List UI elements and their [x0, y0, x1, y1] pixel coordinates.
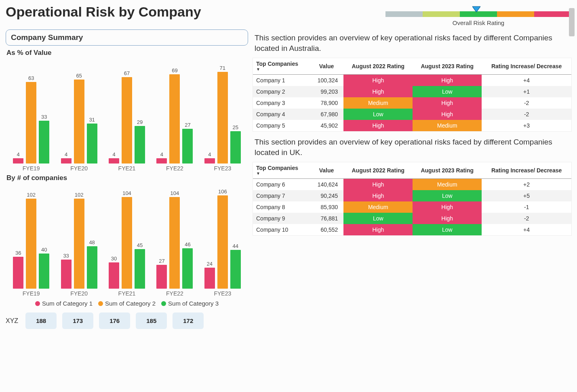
legend-item[interactable]: Sum of Category 2: [98, 300, 156, 307]
legend-item[interactable]: Sum of Category 3: [161, 300, 219, 307]
chart2-title: By # of companies: [6, 174, 248, 182]
bar[interactable]: [109, 158, 119, 164]
bar-value: 4: [65, 151, 67, 157]
bar[interactable]: [26, 82, 36, 164]
bar[interactable]: [122, 77, 132, 164]
table-row[interactable]: Company 885,930MediumHigh-1: [253, 201, 571, 213]
bar-value: 65: [76, 73, 82, 79]
cell-change: +5: [482, 190, 571, 201]
cell-company: Company 8: [253, 201, 310, 213]
cell-rating-2023: High: [413, 201, 482, 213]
sort-desc-icon[interactable]: ▼: [256, 171, 306, 176]
bar-value: 4: [17, 151, 20, 157]
th-value[interactable]: Value: [310, 58, 344, 74]
th-2023[interactable]: August 2023 Rating: [413, 58, 482, 74]
th-value[interactable]: Value: [310, 162, 344, 178]
cell-change: +4: [482, 224, 571, 235]
th-company[interactable]: Top Companies ▼: [253, 162, 310, 178]
bar-value: 4: [208, 151, 211, 157]
bar[interactable]: [156, 265, 167, 289]
bar[interactable]: [217, 72, 228, 164]
table-row[interactable]: Company 299,203HighLow+1: [253, 86, 571, 97]
cell-value: 67,980: [310, 109, 344, 120]
page-title: Operational Risk by Company: [6, 4, 201, 20]
th-2022[interactable]: August 2022 Rating: [343, 58, 413, 74]
cell-company: Company 5: [253, 120, 310, 131]
table-uk[interactable]: Top Companies ▼ Value August 2022 Rating…: [253, 162, 571, 235]
bar-value: 102: [27, 192, 36, 198]
x-axis-label: FYE23: [199, 165, 246, 172]
th-change[interactable]: Rating Increase/ Decrease: [482, 58, 571, 74]
scrollbar-thumb[interactable]: [569, 8, 575, 36]
cell-company: Company 1: [253, 74, 310, 86]
bar[interactable]: [135, 249, 145, 289]
cell-rating-2022: Low: [343, 213, 413, 224]
bar-value: 40: [41, 247, 47, 253]
cell-rating-2023: Low: [413, 224, 482, 235]
bar-value: 27: [185, 122, 190, 128]
legend-swatch-icon: [161, 301, 166, 306]
table-row[interactable]: Company 6140,624HighMedium+2: [253, 178, 571, 190]
xyz-label: XYZ: [6, 317, 18, 325]
x-axis-label: FYE20: [55, 290, 103, 297]
bar[interactable]: [122, 197, 132, 289]
cell-rating-2022: High: [343, 224, 413, 235]
company-summary-box[interactable]: Company Summary: [6, 29, 248, 46]
bar[interactable]: [87, 124, 97, 164]
bar[interactable]: [230, 131, 241, 164]
xyz-card[interactable]: 172: [173, 312, 204, 329]
bar[interactable]: [182, 129, 193, 164]
bar[interactable]: [182, 248, 193, 289]
bar[interactable]: [13, 257, 23, 289]
table-australia[interactable]: Top Companies ▼ Value August 2022 Rating…: [253, 58, 571, 131]
bar[interactable]: [135, 126, 145, 164]
cell-change: -2: [482, 97, 571, 109]
bar[interactable]: [74, 199, 84, 289]
bar[interactable]: [217, 195, 228, 289]
bar[interactable]: [156, 158, 167, 164]
legend-swatch-icon: [98, 301, 103, 306]
bar[interactable]: [230, 250, 241, 289]
xyz-card[interactable]: 185: [136, 312, 167, 329]
table-row[interactable]: Company 1100,324HighHigh+4: [253, 74, 571, 86]
bar[interactable]: [26, 199, 36, 289]
table-row[interactable]: Company 467,980LowHigh-2: [253, 109, 571, 120]
table-row[interactable]: Company 378,900MediumHigh-2: [253, 97, 571, 109]
th-2022[interactable]: August 2022 Rating: [343, 162, 413, 178]
xyz-card[interactable]: 173: [62, 312, 93, 329]
sort-desc-icon[interactable]: ▼: [256, 67, 306, 72]
cell-rating-2022: High: [343, 74, 413, 86]
bar[interactable]: [204, 268, 215, 289]
bar[interactable]: [204, 158, 215, 164]
th-change[interactable]: Rating Increase/ Decrease: [482, 162, 571, 178]
bar-value: 24: [207, 261, 213, 267]
table-row[interactable]: Company 1060,552HighLow+4: [253, 224, 571, 235]
table-row[interactable]: Company 790,245HighLow+5: [253, 190, 571, 201]
bar[interactable]: [39, 254, 49, 289]
bar[interactable]: [39, 121, 49, 164]
xyz-card[interactable]: 188: [25, 312, 57, 329]
bar-value: 33: [41, 114, 47, 120]
bar[interactable]: [61, 158, 72, 164]
table-row[interactable]: Company 545,902HighMedium+3: [253, 120, 571, 131]
bar[interactable]: [87, 246, 97, 289]
xyz-card[interactable]: 176: [99, 312, 130, 329]
bar[interactable]: [74, 80, 84, 164]
bar[interactable]: [169, 74, 180, 164]
bar-value: 25: [233, 124, 238, 130]
bar[interactable]: [109, 262, 119, 289]
chart-legend: Sum of Category 1Sum of Category 2Sum of…: [6, 300, 248, 307]
bar-value: 69: [172, 67, 177, 73]
cell-value: 99,203: [310, 86, 344, 97]
x-axis-label: FYE22: [151, 165, 198, 172]
th-company[interactable]: Top Companies ▼: [253, 58, 310, 74]
bar[interactable]: [169, 197, 180, 289]
bar-value: 48: [89, 239, 95, 245]
bar[interactable]: [61, 260, 72, 289]
bar[interactable]: [13, 158, 23, 164]
table-row[interactable]: Company 976,881LowHigh-2: [253, 213, 571, 224]
cell-rating-2023: Medium: [413, 178, 482, 190]
legend-item[interactable]: Sum of Category 1: [35, 300, 93, 307]
cell-rating-2023: High: [413, 97, 482, 109]
th-2023[interactable]: August 2023 Rating: [413, 162, 482, 178]
